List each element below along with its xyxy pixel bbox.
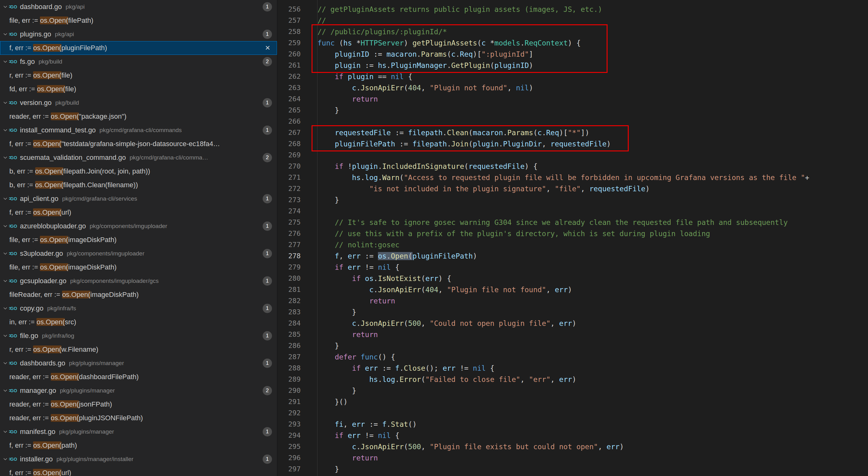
line-number[interactable]: 296 [277, 452, 301, 464]
file-result[interactable]: GOfs.gopkg/build2 [0, 55, 277, 68]
line-number[interactable]: 290 [277, 385, 301, 396]
code-line[interactable]: 256// getPluginAssets returns public plu… [277, 4, 868, 15]
search-match-item[interactable]: r, err := os.Open(file) [0, 68, 277, 82]
search-match-item[interactable]: file, err := os.Open(filePath) [0, 14, 277, 27]
code-line[interactable]: 269 [277, 150, 868, 161]
code-line[interactable]: 261 plugin := hs.PluginManager.GetPlugin… [277, 60, 868, 71]
chevron-down-icon[interactable] [2, 3, 9, 10]
code-line[interactable]: 258// /public/plugins/:pluginId/* [277, 26, 868, 37]
code-line[interactable]: 281 c.JsonApiErr(404, "Plugin file not f… [277, 284, 868, 295]
line-number[interactable]: 280 [277, 273, 301, 284]
line-number[interactable]: 288 [277, 362, 301, 374]
code-line[interactable]: 263 c.JsonApiErr(404, "Plugin not found"… [277, 82, 868, 93]
line-number[interactable]: 287 [277, 351, 301, 362]
file-result[interactable]: GOs3uploader.gopkg/components/imguploade… [0, 247, 277, 260]
file-result[interactable]: GOdashboards.gopkg/plugins/manager1 [0, 356, 277, 370]
chevron-down-icon[interactable] [2, 332, 9, 339]
chevron-down-icon[interactable] [2, 429, 9, 435]
code-line[interactable]: 291 }() [277, 396, 868, 408]
line-number[interactable]: 263 [277, 82, 301, 93]
search-match-item[interactable]: r, err := os.Open(w.Filename) [0, 343, 277, 356]
line-number[interactable]: 294 [277, 430, 301, 441]
code-line[interactable]: 265 } [277, 105, 868, 116]
line-number[interactable]: 281 [277, 284, 301, 295]
code-line[interactable]: 260 pluginID := macaron.Params(c.Req)[":… [277, 49, 868, 60]
search-match-item[interactable]: reader, err := os.Open(jsonFPath) [0, 398, 277, 411]
line-number[interactable]: 260 [277, 49, 301, 60]
chevron-down-icon[interactable] [2, 305, 9, 312]
search-match-item[interactable]: file, err := os.Open(imageDiskPath) [0, 233, 277, 247]
file-result[interactable]: GOapi_client.gopkg/cmd/grafana-cli/servi… [0, 192, 277, 205]
line-number[interactable]: 295 [277, 441, 301, 452]
line-number[interactable]: 292 [277, 408, 301, 419]
search-match-item[interactable]: f, err := os.Open(path) [0, 439, 277, 452]
code-line[interactable]: 297 } [277, 464, 868, 475]
search-match-item[interactable]: b, err := os.Open(filepath.Join(root, jo… [0, 164, 277, 178]
line-number[interactable]: 259 [277, 37, 301, 49]
chevron-down-icon[interactable] [2, 31, 9, 38]
file-result[interactable]: GOfile.gopkg/infra/log1 [0, 329, 277, 343]
line-number[interactable]: 258 [277, 26, 301, 37]
line-number[interactable]: 275 [277, 217, 301, 228]
code-line[interactable]: 267 requestedFile := filepath.Clean(maca… [277, 127, 868, 138]
line-number[interactable]: 270 [277, 161, 301, 172]
code-line[interactable]: 259func (hs *HTTPServer) getPluginAssets… [277, 37, 868, 49]
line-number[interactable]: 274 [277, 205, 301, 217]
search-match-item[interactable]: file, err := os.Open(imageDiskPath) [0, 260, 277, 274]
code-line[interactable]: 289 hs.log.Error("Failed to close file",… [277, 374, 868, 385]
line-number[interactable]: 276 [277, 228, 301, 239]
chevron-down-icon[interactable] [2, 127, 9, 134]
search-match-item[interactable]: f, err := os.Open(url) [0, 466, 277, 476]
code-line[interactable]: 288 if err := f.Close(); err != nil { [277, 362, 868, 374]
file-result[interactable]: GOplugins.gopkg/api1 [0, 27, 277, 41]
code-line[interactable]: 264 return [277, 93, 868, 105]
code-line[interactable]: 285 return [277, 329, 868, 340]
search-match-item[interactable]: in, err := os.Open(src) [0, 315, 277, 329]
line-number[interactable]: 257 [277, 15, 301, 26]
chevron-down-icon[interactable] [2, 456, 9, 463]
chevron-down-icon[interactable] [2, 99, 9, 106]
line-number[interactable]: 262 [277, 71, 301, 82]
line-number[interactable]: 266 [277, 116, 301, 127]
search-match-item[interactable]: f, err := os.Open(pluginFilePath)✕ [0, 41, 277, 55]
line-number[interactable]: 297 [277, 464, 301, 475]
code-editor[interactable]: 256// getPluginAssets returns public plu… [277, 0, 868, 476]
code-line[interactable]: 290 } [277, 385, 868, 396]
close-icon[interactable]: ✕ [262, 44, 273, 52]
line-number[interactable]: 272 [277, 183, 301, 194]
search-match-item[interactable]: reader, err := os.Open(dashboardFilePath… [0, 370, 277, 384]
chevron-down-icon[interactable] [2, 387, 9, 394]
code-line[interactable]: 295 c.JsonApiErr(500, "Plugin file exist… [277, 441, 868, 452]
code-line[interactable]: 287 defer func() { [277, 351, 868, 362]
code-line[interactable]: 266 [277, 116, 868, 127]
line-number[interactable]: 278 [277, 250, 301, 262]
search-match-item[interactable]: fd, err := os.Open(file) [0, 82, 277, 96]
code-line[interactable]: 280 if os.IsNotExist(err) { [277, 273, 868, 284]
file-result[interactable]: GOazureblobuploader.gopkg/components/img… [0, 219, 277, 233]
file-result[interactable]: GOmanager.gopkg/plugins/manager2 [0, 384, 277, 398]
code-line[interactable]: 262 if plugin == nil { [277, 71, 868, 82]
line-number[interactable]: 268 [277, 138, 301, 150]
file-result[interactable]: GOversion.gopkg/build1 [0, 96, 277, 110]
line-number[interactable]: 256 [277, 4, 301, 15]
line-number[interactable]: 277 [277, 239, 301, 250]
code-line[interactable]: 278 f, err := os.Open(pluginFilePath) [277, 250, 868, 262]
line-number[interactable]: 261 [277, 60, 301, 71]
search-match-item[interactable]: b, err := os.Open(filepath.Clean(filenam… [0, 178, 277, 192]
search-match-item[interactable]: f, err := os.Open(url) [0, 205, 277, 219]
chevron-down-icon[interactable] [2, 278, 9, 284]
line-number[interactable]: 291 [277, 396, 301, 408]
file-result[interactable]: GOinstall_command_test.gopkg/cmd/grafana… [0, 123, 277, 137]
chevron-down-icon[interactable] [2, 195, 9, 202]
search-match-item[interactable]: reader, err := os.Open(pluginJSONFilePat… [0, 411, 277, 425]
chevron-down-icon[interactable] [2, 223, 9, 230]
code-line[interactable]: 268 pluginFilePath := filepath.Join(plug… [277, 138, 868, 150]
code-line[interactable]: 293 fi, err := f.Stat() [277, 419, 868, 430]
code-line[interactable]: 273 } [277, 194, 868, 205]
code-line[interactable]: 292 [277, 408, 868, 419]
file-result[interactable]: GOgcsuploader.gopkg/components/imgupload… [0, 274, 277, 288]
line-number[interactable]: 271 [277, 172, 301, 183]
file-result[interactable]: GOinstaller.gopkg/plugins/manager/instal… [0, 452, 277, 466]
line-number[interactable]: 269 [277, 150, 301, 161]
file-result[interactable]: GOmanifest.gopkg/plugins/manager1 [0, 425, 277, 439]
